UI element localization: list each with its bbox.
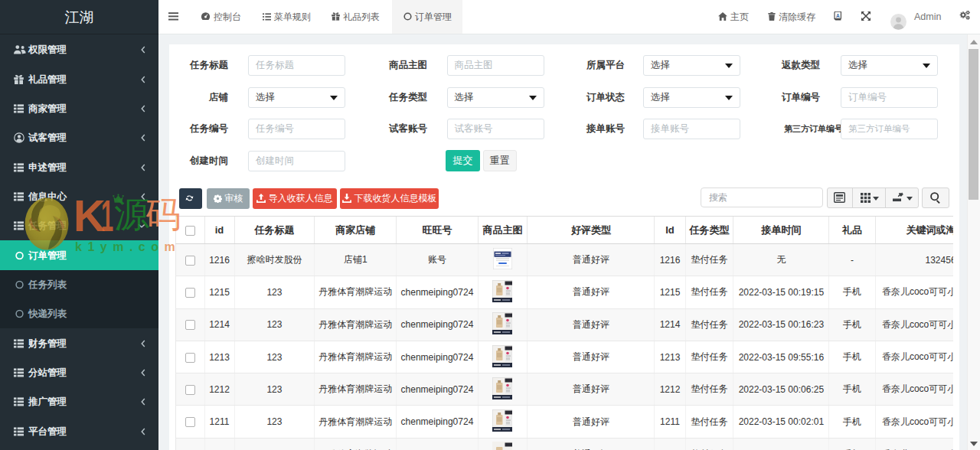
svg-text:A: A xyxy=(836,13,840,18)
